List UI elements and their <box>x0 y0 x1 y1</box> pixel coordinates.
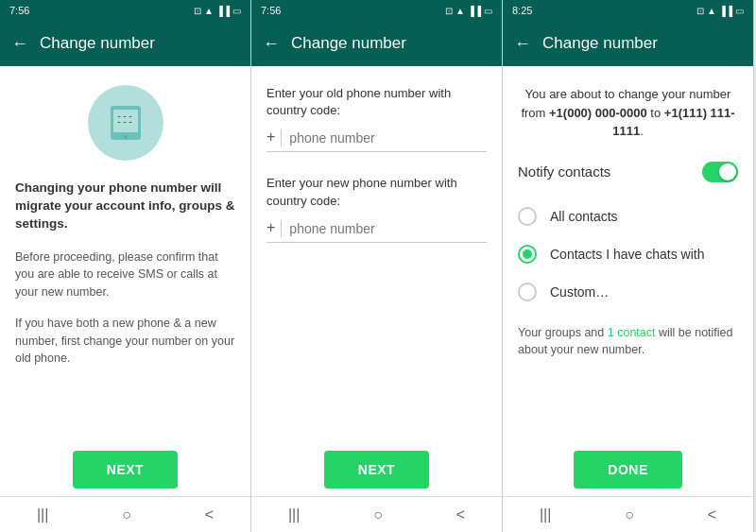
new-phone-input-row: + <box>266 219 487 243</box>
photo-icon-3: ⊡ <box>696 6 704 16</box>
status-bar-2: 7:56 ⊡ ▲ ▐▐ ▭ <box>251 0 502 21</box>
battery-icon-3: ▭ <box>735 6 744 16</box>
nav-home-1[interactable]: ○ <box>122 506 131 523</box>
photo-icon: ⊡ <box>194 6 201 16</box>
status-time-1: 7:56 <box>9 5 29 16</box>
header-1: ← Change number <box>0 21 250 66</box>
header-title-1: Change number <box>40 34 155 53</box>
battery-icon-2: ▭ <box>484 6 492 16</box>
wifi-icon-2: ▲ <box>455 6 465 16</box>
content-3: You are about to change your number from… <box>503 66 753 439</box>
next-button-2[interactable]: NEXT <box>324 451 429 489</box>
groups-note-prefix: Your groups and <box>518 326 608 339</box>
photo-icon-2: ⊡ <box>445 6 453 16</box>
radio-outer-all <box>518 207 537 226</box>
notify-label: Notify contacts <box>518 163 610 180</box>
nav-menu-1[interactable]: ||| <box>37 506 48 523</box>
phone-change-icon: --- --- <box>103 100 148 146</box>
wifi-icon-3: ▲ <box>707 6 716 16</box>
header-title-2: Change number <box>291 34 406 53</box>
radio-outer-custom <box>518 283 537 301</box>
icon-container: --- --- <box>15 85 235 161</box>
screen-2: 7:56 ⊡ ▲ ▐▐ ▭ ← Change number Enter your… <box>251 0 503 532</box>
header-2: ← Change number <box>251 21 502 66</box>
header-title-3: Change number <box>542 34 658 53</box>
nav-menu-2[interactable]: ||| <box>288 506 300 523</box>
old-phone-input[interactable] <box>289 130 487 146</box>
button-area-1: NEXT <box>0 439 250 496</box>
back-button-1[interactable]: ← <box>11 34 28 54</box>
nav-menu-3[interactable]: ||| <box>540 506 551 523</box>
new-number-label: Enter your new phone number with country… <box>266 175 487 209</box>
radio-outer-chats <box>518 245 537 264</box>
next-button-1[interactable]: NEXT <box>73 451 178 489</box>
svg-point-2 <box>124 135 128 139</box>
sub-text-2: If you have both a new phone & a new num… <box>15 315 235 368</box>
new-phone-input[interactable] <box>289 221 487 236</box>
screen-1: 7:56 ⊡ ▲ ▐▐ ▭ ← Change number --- --- <box>0 0 251 532</box>
notify-contacts-row: Notify contacts <box>518 162 738 182</box>
back-button-3[interactable]: ← <box>514 34 531 54</box>
radio-chats-contacts[interactable]: Contacts I have chats with <box>518 235 738 273</box>
sub-text-1: Before proceeding, please confirm that y… <box>15 249 235 301</box>
nav-back-3[interactable]: < <box>708 506 716 523</box>
divider-old <box>281 129 282 146</box>
status-icons-2: ⊡ ▲ ▐▐ ▭ <box>445 6 492 16</box>
button-area-3: DONE <box>503 439 753 496</box>
status-bar-3: 8:25 ⊡ ▲ ▐▐ ▭ <box>503 0 753 21</box>
radio-custom[interactable]: Custom… <box>518 273 738 311</box>
signal-icon-2: ▐▐ <box>468 6 481 16</box>
change-number-info: You are about to change your number from… <box>518 85 738 141</box>
groups-note: Your groups and 1 contact will be notifi… <box>518 324 738 360</box>
change-info-suffix: . <box>640 124 644 138</box>
status-icons-3: ⊡ ▲ ▐▐ ▭ <box>696 6 744 16</box>
radio-label-all: All contacts <box>550 209 618 224</box>
radio-inner-chats <box>523 249 532 259</box>
back-button-2[interactable]: ← <box>263 34 280 54</box>
nav-bar-2: ||| ○ < <box>251 496 502 532</box>
wifi-icon: ▲ <box>204 6 214 16</box>
content-1: --- --- Changing your phone number will … <box>0 66 250 439</box>
nav-bar-3: ||| ○ < <box>503 496 753 532</box>
status-time-2: 7:56 <box>261 5 281 16</box>
contact-link[interactable]: 1 contact <box>608 326 656 339</box>
phone-icon-circle: --- --- <box>88 85 163 161</box>
nav-back-2[interactable]: < <box>456 506 465 523</box>
radio-all-contacts[interactable]: All contacts <box>518 197 738 235</box>
old-number-display: +1(000) 000-0000 <box>549 106 647 120</box>
radio-label-custom: Custom… <box>550 284 609 300</box>
old-phone-input-row: + <box>266 129 487 152</box>
divider-new <box>281 220 282 237</box>
change-info-mid: to <box>647 106 664 120</box>
signal-icon-3: ▐▐ <box>719 6 732 16</box>
screen-3: 8:25 ⊡ ▲ ▐▐ ▭ ← Change number You are ab… <box>503 0 754 532</box>
status-bar-1: 7:56 ⊡ ▲ ▐▐ ▭ <box>0 0 250 21</box>
nav-home-2[interactable]: ○ <box>373 506 383 523</box>
status-icons-1: ⊡ ▲ ▐▐ ▭ <box>194 6 241 16</box>
notify-toggle[interactable] <box>702 162 738 182</box>
svg-text:---: --- <box>116 111 133 121</box>
nav-back-1[interactable]: < <box>205 506 214 523</box>
button-area-2: NEXT <box>251 439 502 496</box>
old-number-label: Enter your old phone number with country… <box>266 85 487 119</box>
battery-icon: ▭ <box>232 6 241 16</box>
done-button[interactable]: DONE <box>574 451 681 489</box>
content-2: Enter your old phone number with country… <box>251 66 502 439</box>
signal-icon: ▐▐ <box>216 6 230 16</box>
main-description: Changing your phone number will migrate … <box>15 180 235 233</box>
radio-label-chats: Contacts I have chats with <box>550 247 704 262</box>
status-time-3: 8:25 <box>512 5 532 16</box>
toggle-knob <box>719 163 736 180</box>
nav-home-3[interactable]: ○ <box>625 506 634 523</box>
plus-sign-old: + <box>266 129 275 147</box>
plus-sign-new: + <box>266 219 275 238</box>
header-3: ← Change number <box>503 21 753 66</box>
nav-bar-1: ||| ○ < <box>0 496 250 532</box>
